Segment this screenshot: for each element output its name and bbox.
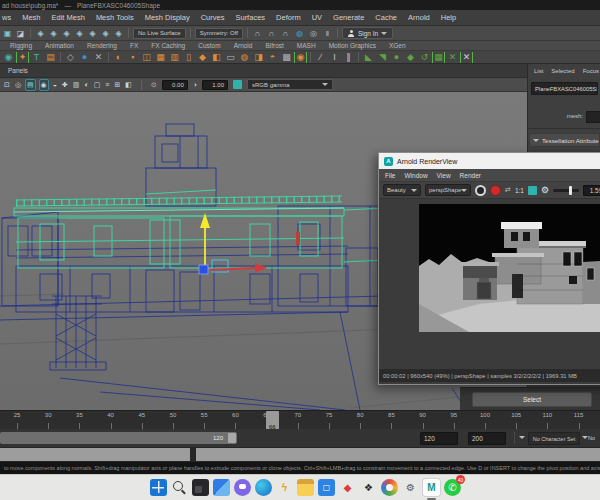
shelf-green-grid-icon[interactable]: ▦ [432, 52, 445, 63]
viewport-toolbar-icon-10[interactable]: ⊞ [114, 80, 120, 90]
selection-mask-icon-0[interactable]: ◈ [35, 28, 46, 39]
viewport-toolbar-icon-1[interactable]: ◎ [15, 80, 21, 90]
viewport-toolbar-icon-6[interactable]: ▥ [73, 80, 80, 90]
shape-node-tab[interactable]: PlaneFBXASC046005Shape [531, 82, 598, 95]
shelf-wheel-icon[interactable]: ◍ [238, 52, 251, 63]
selection-mask-icon-4[interactable]: ◈ [87, 28, 98, 39]
shelf-planes-icon[interactable]: ▥ [168, 52, 181, 63]
shelf-big-x-icon[interactable]: ✕ [460, 52, 473, 63]
current-frame-marker[interactable]: 66 [266, 411, 279, 429]
command-output-field[interactable] [196, 448, 600, 461]
taskbar-icon-color-gear[interactable] [381, 479, 398, 496]
playback-range-bar[interactable]: 120 [0, 432, 237, 444]
rv-menu-view[interactable]: View [437, 172, 451, 179]
viewport-toolbar-icon-4[interactable]: ◒ [53, 80, 57, 90]
viewport-toolbar-icon-11[interactable]: ◧ [125, 80, 132, 90]
shelf-type-icon[interactable]: T [30, 52, 43, 63]
gear-icon[interactable]: ⚙ [541, 185, 549, 195]
playback-end-field[interactable]: 120 [420, 432, 458, 445]
shelf-cubes-icon[interactable]: ▪ [126, 52, 139, 63]
selection-mask-icon-5[interactable]: ◈ [100, 28, 111, 39]
shelf-arrows-icon[interactable]: ◆ [196, 52, 209, 63]
shelf-lattice-icon[interactable]: ▩ [280, 52, 293, 63]
shelf-film-icon[interactable]: ▤ [44, 52, 57, 63]
animation-end-field[interactable]: 200 [468, 432, 506, 445]
shelf-cylinders-icon[interactable]: ◫ [140, 52, 153, 63]
menu-cache[interactable]: Cache [375, 13, 397, 22]
menu-curves[interactable]: Curves [201, 13, 225, 22]
shelf-bend-icon[interactable]: ◓ [266, 52, 279, 63]
menu-mesh-tools[interactable]: Mesh Tools [96, 13, 134, 22]
rv-menu-render[interactable]: Render [460, 172, 481, 179]
shelf-sphere-icon[interactable]: ◉ [2, 52, 15, 63]
selection-mask-icon-3[interactable]: ◈ [74, 28, 85, 39]
panels-menu[interactable]: Panels [8, 67, 28, 74]
exposure-field[interactable]: 0.00 [162, 80, 188, 90]
menu-mesh-display[interactable]: Mesh Display [145, 13, 190, 22]
live-surface-dropdown[interactable]: No Live Surface [133, 28, 186, 39]
viewport-toolbar-icon-0[interactable]: ⊡ [4, 80, 10, 90]
shelf-tab-animation[interactable]: Animation [45, 42, 74, 49]
swap-ab-icon[interactable]: ⇄ [505, 186, 511, 194]
shelf-tab-fx-caching[interactable]: FX Caching [151, 42, 185, 49]
taskbar-icon-start[interactable] [150, 479, 167, 496]
color-management-icon[interactable] [233, 80, 242, 89]
gamma-field[interactable]: 1.00 [202, 80, 228, 90]
command-input-field[interactable] [0, 448, 190, 461]
snap-icon-3[interactable]: ◍ [294, 28, 305, 39]
shelf-tab-mash[interactable]: MASH [297, 42, 316, 49]
range-end-handle[interactable] [228, 433, 236, 443]
taskbar-icon-diamond[interactable]: ◆ [339, 479, 356, 496]
shelf-star-icon[interactable]: ✦ [16, 52, 29, 63]
slider-handle[interactable] [569, 186, 572, 195]
snap-icon-0[interactable]: ∩ [252, 28, 263, 39]
taskbar-icon-lightning[interactable]: ϟ [276, 479, 293, 496]
mesh-field[interactable] [586, 111, 600, 123]
shelf-green-a-icon[interactable]: ◣ [362, 52, 375, 63]
exposure-value-field[interactable]: 1.59 [583, 185, 600, 196]
shelf-subdiv-icon[interactable]: ▦ [154, 52, 167, 63]
rv-menu-window[interactable]: Window [404, 172, 427, 179]
tessellation-attributes-section[interactable]: Tessellation Attributes [529, 133, 600, 147]
render-play-button[interactable] [475, 185, 486, 196]
shelf-tab-rigging[interactable]: Rigging [10, 42, 32, 49]
render-stop-button[interactable] [490, 185, 501, 196]
shelf-capsule-icon[interactable]: ▯ [182, 52, 195, 63]
taskbar-icon-edge[interactable] [255, 479, 272, 496]
taskbar-icon-store[interactable]: ▢ [318, 479, 335, 496]
zoom-ratio-label[interactable]: 1:1 [515, 187, 524, 194]
ae-menu-focus[interactable]: Focus [583, 68, 599, 74]
selection-mask-icon-6[interactable]: ◈ [113, 28, 124, 39]
shelf-tab-rendering[interactable]: Rendering [87, 42, 117, 49]
menu-ws[interactable]: ws [2, 13, 11, 22]
ae-menu-selected[interactable]: Selected [551, 68, 574, 74]
shelf-plane2-icon[interactable]: ▭ [224, 52, 237, 63]
snap-icon-1[interactable]: ∩ [266, 28, 277, 39]
viewport-toolbar-icon-8[interactable]: ▢ [94, 80, 101, 90]
shelf-hash-icon[interactable]: ∥ [342, 52, 355, 63]
menu-generate[interactable]: Generate [333, 13, 364, 22]
arnold-renderview-window[interactable]: A Arnold RenderView FileWindowViewRender… [378, 152, 600, 385]
shelf-skeleton-icon[interactable]: ✕ [92, 52, 105, 63]
aov-dropdown[interactable]: Beauty [383, 184, 421, 196]
shelf-tab-bifrost[interactable]: Bifrost [265, 42, 283, 49]
shelf-beam-icon[interactable]: I [328, 52, 341, 63]
menu-arnold[interactable]: Arnold [408, 13, 430, 22]
symmetry-dropdown[interactable]: Symmetry: Off [195, 28, 243, 39]
taskbar-icon-search[interactable] [171, 479, 188, 496]
viewport-toolbar-icon-7[interactable]: ◐ [84, 80, 88, 90]
shelf-sphere-poly-icon[interactable]: ◐ [112, 52, 125, 63]
renderview-title-bar[interactable]: A Arnold RenderView [379, 153, 600, 169]
background-color-swatch[interactable] [528, 186, 537, 195]
menu-edit-mesh[interactable]: Edit Mesh [52, 13, 85, 22]
shelf-green-b-icon[interactable]: ◥ [376, 52, 389, 63]
sign-in-button[interactable]: Sign In [342, 27, 393, 39]
viewport-toolbar-icon-3[interactable]: ◉ [40, 80, 48, 90]
menu-deform[interactable]: Deform [276, 13, 301, 22]
menu-uv[interactable]: UV [312, 13, 322, 22]
ae-menu-list[interactable]: List [534, 68, 543, 74]
shelf-cube-icon[interactable]: ◧ [210, 52, 223, 63]
menu-help[interactable]: Help [441, 13, 456, 22]
shelf-green-c-icon[interactable]: ● [390, 52, 403, 63]
camera-dropdown[interactable]: perspShape [425, 184, 471, 196]
